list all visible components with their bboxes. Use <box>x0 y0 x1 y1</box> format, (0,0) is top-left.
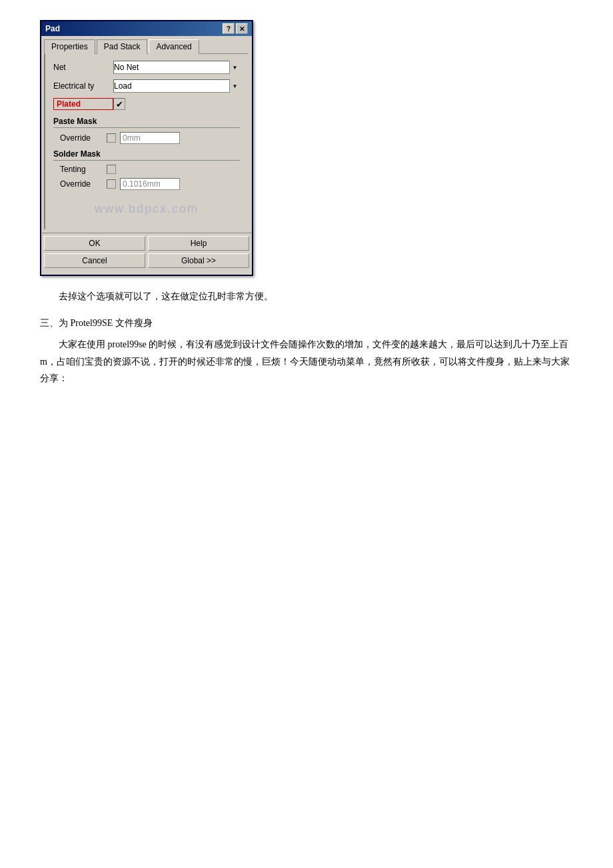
titlebar-buttons: ? ✕ <box>223 23 248 34</box>
tab-properties[interactable]: Properties <box>44 39 95 54</box>
solder-override-checkbox[interactable] <box>107 179 116 189</box>
paste-mask-header: Paste Mask <box>53 117 240 128</box>
ok-button[interactable]: OK <box>44 236 145 251</box>
plated-label: Plated <box>53 98 113 110</box>
dialog-content: Net No Net ▼ Electrical ty Load ▼ <box>44 53 249 230</box>
solder-override-input[interactable] <box>120 178 180 190</box>
paste-override-label: Override <box>60 133 107 143</box>
paste-mask-body: Override <box>60 132 240 144</box>
plated-row: Plated ✔ <box>53 98 240 110</box>
solder-mask-body: Tenting Override <box>60 165 240 190</box>
solder-mask-header: Solder Mask <box>53 149 240 161</box>
watermark-area: www.bdpcx.com <box>53 195 240 222</box>
section-title: 三、为 Protel99SE 文件瘦身 <box>40 317 573 329</box>
net-select[interactable]: No Net <box>113 61 240 74</box>
help-dialog-button[interactable]: Help <box>148 236 249 251</box>
solder-override-row: Override <box>60 178 240 190</box>
net-row: Net No Net ▼ <box>53 61 240 74</box>
caption-text: 去掉这个选项就可以了，这在做定位孔时非常方便。 <box>40 289 573 304</box>
tab-advanced[interactable]: Advanced <box>149 39 199 54</box>
electrical-type-select[interactable]: Load <box>113 79 240 93</box>
close-button[interactable]: ✕ <box>236 23 248 34</box>
paste-override-input[interactable] <box>120 132 180 144</box>
global-button[interactable]: Global >> <box>148 253 249 268</box>
body-paragraph: 大家在使用 protel99se 的时候，有没有感觉到设计文件会随操作次数的增加… <box>40 336 573 387</box>
watermark-text: www.bdpcx.com <box>95 202 199 216</box>
pad-dialog: Pad ? ✕ Properties Pad Stack Advanced Ne… <box>40 20 253 276</box>
paste-override-checkbox[interactable] <box>107 133 116 143</box>
dialog-buttons: OK Help Cancel Global >> <box>41 233 252 275</box>
tenting-row: Tenting <box>60 165 240 174</box>
solder-override-label: Override <box>60 179 107 189</box>
tenting-checkbox[interactable] <box>107 165 116 174</box>
plated-checkbox[interactable]: ✔ <box>113 98 125 110</box>
net-label: Net <box>53 63 113 72</box>
electrical-type-select-wrapper: Load ▼ <box>113 79 240 93</box>
btn-row-1: OK Help <box>44 236 249 251</box>
electrical-type-row: Electrical ty Load ▼ <box>53 79 240 93</box>
net-select-wrapper: No Net ▼ <box>113 61 240 74</box>
tenting-label: Tenting <box>60 165 107 174</box>
electrical-type-label: Electrical ty <box>53 81 113 91</box>
dialog-titlebar: Pad ? ✕ <box>41 21 252 36</box>
dialog-tabs: Properties Pad Stack Advanced <box>41 36 252 53</box>
paste-override-row: Override <box>60 132 240 144</box>
cancel-button[interactable]: Cancel <box>44 253 145 268</box>
dialog-title: Pad <box>45 24 60 33</box>
help-button[interactable]: ? <box>223 23 235 34</box>
tab-padstack[interactable]: Pad Stack <box>97 39 148 54</box>
btn-row-2: Cancel Global >> <box>44 253 249 268</box>
